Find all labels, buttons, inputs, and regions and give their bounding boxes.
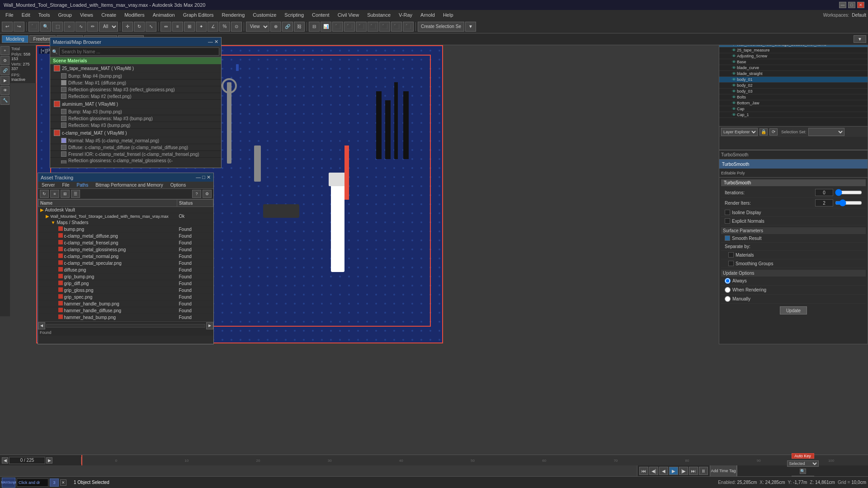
frame-display[interactable]: 0 / 225 (9, 457, 45, 464)
motion-icon[interactable]: ▶ (0, 76, 9, 85)
menu-content[interactable]: Content (308, 11, 333, 19)
at-col-name[interactable]: Name (38, 200, 177, 207)
maxscript-icon[interactable]: MAXScript (2, 478, 15, 488)
create-selection-btn[interactable]: Create Selection Se (418, 22, 464, 32)
mat-sub-cclamp-diffuse[interactable]: Diffuse: c-clamp_metal_diffuse (c-clamp_… (50, 144, 221, 151)
maxscript-input[interactable] (17, 479, 48, 487)
mat-item-tape[interactable]: 25_tape_measure_MAT ( VRayMtl ) (50, 64, 221, 73)
menu-modifiers[interactable]: Modifiers (121, 11, 148, 19)
next-key-btn[interactable]: |▶ (679, 467, 688, 475)
at-close[interactable]: ✕ (207, 174, 211, 180)
at-menu-options[interactable]: Options (167, 182, 189, 188)
render-setup-btn[interactable]: ⬛ (356, 22, 367, 32)
circle-sel-btn[interactable]: ○ (64, 22, 75, 32)
se-row-base[interactable]: 👁 Base (719, 59, 868, 65)
se-row-screw[interactable]: 👁 Adjusting_Screw (719, 53, 868, 59)
se-selset-dropdown[interactable] (808, 128, 844, 136)
se-row-bladestraight[interactable]: 👁 blade_straight (719, 71, 868, 77)
mat-browser-title[interactable]: Material/Map Browser — ✕ (50, 38, 221, 46)
angle-snap-btn[interactable]: ∠ (208, 22, 218, 32)
mat-sub-alum-reflgloss[interactable]: Reflection glossiness: Map #3 (bump.png) (50, 115, 221, 122)
ts-when-rendering-radio[interactable] (725, 287, 731, 293)
rotate-btn[interactable]: ↻ (134, 22, 145, 32)
mat-sub-cclamp-reflgloss[interactable]: Reflection glossiness: c-clamp_metal_glo… (50, 158, 221, 164)
menu-animation[interactable]: Animation (149, 11, 179, 19)
filter-dropdown[interactable]: All (99, 22, 118, 32)
at-list-btn[interactable]: ≡ (50, 190, 59, 198)
mat-browser-minimize[interactable]: — (208, 39, 213, 45)
ts-update-btn[interactable]: Update (780, 306, 807, 314)
mirror-btn[interactable]: ⇔ (160, 22, 171, 32)
ts-smooth-result-checkbox[interactable] (725, 235, 730, 241)
ts-explicit-checkbox[interactable] (725, 218, 730, 224)
ts-smoothing-groups-checkbox[interactable] (728, 261, 734, 266)
menu-civil-view[interactable]: Civil View (334, 11, 363, 19)
at-settings-btn[interactable]: ⚙ (203, 190, 212, 198)
minimize-btn[interactable]: — (839, 2, 846, 8)
named-sel-dropdown-btn[interactable]: ▼ (465, 22, 476, 32)
material-editor-btn[interactable]: ⬛ (344, 22, 355, 32)
mat-sub-diffuse1[interactable]: Diffuse: Map #1 (diffuse.png) (50, 80, 221, 86)
at-menu-paths[interactable]: Paths (73, 182, 92, 188)
menu-substance[interactable]: Substance (363, 11, 394, 19)
unlink-btn[interactable]: ⛓ (294, 22, 305, 32)
ts-always-radio[interactable] (725, 278, 731, 284)
select-by-name-btn[interactable]: 🔍 (40, 22, 51, 32)
se-lock-btn[interactable]: 🔒 (760, 128, 768, 136)
pause-btn[interactable]: ⏸ (699, 467, 708, 475)
se-sync-btn[interactable]: ⟳ (769, 128, 778, 136)
at-help-btn[interactable]: ? (192, 190, 201, 198)
percent-snap-btn[interactable]: % (219, 22, 230, 32)
select-obj-btn[interactable]: ⬛ (28, 22, 39, 32)
array-btn[interactable]: ⊞ (184, 22, 195, 32)
utilities-icon[interactable]: 🔧 (0, 96, 9, 105)
mat-sub-bump4[interactable]: Bump: Map #4 (bump.png) (50, 73, 221, 80)
menu-rendering[interactable]: Rendering (218, 11, 249, 19)
ts-iterations-input[interactable] (815, 189, 833, 196)
layer-manager-btn[interactable]: ⊟ (309, 22, 320, 32)
paint-sel-btn[interactable]: ✏ (87, 22, 98, 32)
close-btn[interactable]: ✕ (857, 2, 864, 8)
at-detail-btn[interactable]: ☰ (71, 190, 80, 198)
menu-help[interactable]: Help (439, 11, 457, 19)
env-btn[interactable]: ⬛ (403, 22, 414, 32)
se-row-bolts[interactable]: 👁 Bolts (719, 94, 868, 100)
add-time-tag-btn[interactable]: Add Time Tag (710, 465, 737, 476)
ts-materials-checkbox[interactable] (728, 252, 734, 258)
menu-tools[interactable]: Tools (35, 11, 54, 19)
se-row-body01[interactable]: 👁 body_01 (719, 77, 868, 83)
ts-isoline-checkbox[interactable] (725, 210, 730, 215)
align-btn[interactable]: ≡ (172, 22, 183, 32)
graph-editors-btn[interactable]: 📊 (321, 22, 331, 32)
menu-arnold[interactable]: Arnold (417, 11, 439, 19)
ts-render-iters-input[interactable] (815, 199, 833, 206)
menu-file[interactable]: File (2, 11, 17, 19)
mat-sub-alum-bump[interactable]: Bump: Map #3 (bump.png) (50, 108, 221, 115)
at-refresh-btn[interactable]: ↻ (40, 190, 49, 198)
mat-sub-cclamp-normal[interactable]: Normal: Map #5 (c-clamp_metal_normal.png… (50, 137, 221, 144)
maxscript-close-btn[interactable]: ✕ (60, 479, 66, 486)
at-menu-bitmap[interactable]: Bitmap Performance and Memory (92, 182, 167, 188)
view-dropdown[interactable]: View (246, 22, 269, 32)
hierarchy-icon[interactable]: 🔗 (0, 66, 9, 75)
play-back-btn[interactable]: ◀ (659, 467, 668, 475)
maximize-btn[interactable]: □ (848, 2, 855, 8)
se-layer-dropdown[interactable]: Layer Explorer (721, 128, 758, 136)
mat-sub-refl2[interactable]: Reflection: Map #2 (reflect.png) (50, 93, 221, 100)
ts-manually-radio[interactable] (725, 296, 731, 302)
active-shade-btn[interactable]: ⬛ (391, 22, 402, 32)
spinner-snap-btn[interactable]: ⊙ (231, 22, 242, 32)
extras-btn[interactable]: ▼ (854, 35, 866, 43)
goto-start-btn[interactable]: ⏮ (639, 467, 648, 475)
undo-btn[interactable]: ↩ (2, 22, 13, 32)
mat-sub-reflgloss3[interactable]: Reflection glossiness: Map #3 (reflect_g… (50, 86, 221, 93)
ts-active-modifier[interactable]: TurboSmooth (719, 160, 868, 169)
ts-render-iters-slider[interactable] (835, 200, 862, 206)
key-search-btn[interactable]: 🔍 (800, 469, 806, 474)
ts-iterations-slider[interactable] (835, 190, 862, 195)
at-minimize[interactable]: — (196, 174, 201, 180)
se-row-bottomjaw[interactable]: 👁 Bottom_Jaw (719, 100, 868, 106)
menu-graph-editors[interactable]: Graph Editors (179, 11, 217, 19)
at-col-status[interactable]: Status (177, 200, 213, 207)
at-scroll-right[interactable]: ▶ (206, 322, 213, 329)
